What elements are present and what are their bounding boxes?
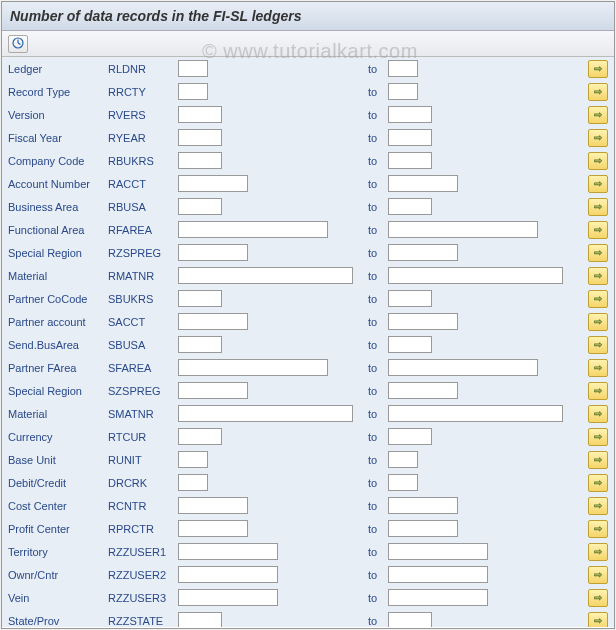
to-input[interactable] [388,198,432,215]
from-input[interactable] [178,520,248,537]
to-input[interactable] [388,175,458,192]
to-cell [388,267,568,284]
multiple-selection-button[interactable]: ⇨ [588,83,608,101]
multiple-selection-button[interactable]: ⇨ [588,474,608,492]
to-cell [388,198,568,215]
arrow-right-icon: ⇨ [594,454,602,465]
from-input[interactable] [178,336,222,353]
from-cell [178,589,358,606]
arrow-right-icon: ⇨ [594,316,602,327]
field-code: RBUSA [108,201,178,213]
to-input[interactable] [388,290,432,307]
multiple-selection-button[interactable]: ⇨ [588,428,608,446]
multiple-selection-button[interactable]: ⇨ [588,106,608,124]
from-input[interactable] [178,566,278,583]
selection-row: Profit CenterRPRCTRto⇨ [2,517,614,540]
multiple-selection-button[interactable]: ⇨ [588,221,608,239]
from-input[interactable] [178,290,222,307]
to-cell [388,428,568,445]
from-input[interactable] [178,497,248,514]
to-input[interactable] [388,405,563,422]
from-input[interactable] [178,612,222,627]
field-label: Business Area [8,201,108,213]
from-input[interactable] [178,382,248,399]
to-input[interactable] [388,244,458,261]
from-input[interactable] [178,198,222,215]
from-input[interactable] [178,589,278,606]
to-input[interactable] [388,382,458,399]
from-input[interactable] [178,175,248,192]
multiple-selection-button[interactable]: ⇨ [588,612,608,628]
to-input[interactable] [388,497,458,514]
from-input[interactable] [178,244,248,261]
to-input[interactable] [388,336,432,353]
from-input[interactable] [178,83,208,100]
to-input[interactable] [388,83,418,100]
multiple-selection-button[interactable]: ⇨ [588,451,608,469]
multiple-selection-button[interactable]: ⇨ [588,60,608,78]
from-cell [178,106,358,123]
to-cell [388,359,568,376]
to-input[interactable] [388,106,432,123]
to-input[interactable] [388,221,538,238]
multiple-selection-button[interactable]: ⇨ [588,520,608,538]
to-input[interactable] [388,566,488,583]
to-cell [388,474,568,491]
to-cell [388,106,568,123]
from-input[interactable] [178,129,222,146]
from-input[interactable] [178,313,248,330]
from-input[interactable] [178,451,208,468]
to-input[interactable] [388,520,458,537]
from-input[interactable] [178,359,328,376]
multiple-selection-button[interactable]: ⇨ [588,244,608,262]
multiple-selection-button[interactable]: ⇨ [588,382,608,400]
from-input[interactable] [178,543,278,560]
arrow-right-icon: ⇨ [594,477,602,488]
multiple-selection-button[interactable]: ⇨ [588,497,608,515]
from-input[interactable] [178,428,222,445]
multiple-selection-button[interactable]: ⇨ [588,267,608,285]
from-input[interactable] [178,267,353,284]
from-input[interactable] [178,221,328,238]
to-input[interactable] [388,451,418,468]
to-input[interactable] [388,267,563,284]
multiple-selection-button[interactable]: ⇨ [588,566,608,584]
selection-row: Record TypeRRCTYto⇨ [2,80,614,103]
multiple-selection-button[interactable]: ⇨ [588,175,608,193]
field-label: Special Region [8,385,108,397]
to-input[interactable] [388,129,432,146]
from-input[interactable] [178,152,222,169]
to-input[interactable] [388,428,432,445]
field-label: Base Unit [8,454,108,466]
from-input[interactable] [178,60,208,77]
arrow-right-icon: ⇨ [594,431,602,442]
to-input[interactable] [388,60,418,77]
to-input[interactable] [388,612,432,627]
to-label: to [358,592,388,604]
multiple-selection-button[interactable]: ⇨ [588,198,608,216]
multiple-selection-button[interactable]: ⇨ [588,313,608,331]
multiple-selection-button[interactable]: ⇨ [588,336,608,354]
to-input[interactable] [388,152,432,169]
to-label: to [358,569,388,581]
multiple-selection-button[interactable]: ⇨ [588,589,608,607]
field-code: RTCUR [108,431,178,443]
from-cell [178,520,358,537]
multiple-selection-button[interactable]: ⇨ [588,290,608,308]
from-input[interactable] [178,106,222,123]
multiple-selection-button[interactable]: ⇨ [588,152,608,170]
from-input[interactable] [178,405,353,422]
to-input[interactable] [388,359,538,376]
to-input[interactable] [388,474,418,491]
multiple-selection-button[interactable]: ⇨ [588,359,608,377]
execute-button[interactable] [8,35,28,53]
field-label: Material [8,408,108,420]
to-input[interactable] [388,313,458,330]
to-cell [388,336,568,353]
to-input[interactable] [388,589,488,606]
to-input[interactable] [388,543,488,560]
multiple-selection-button[interactable]: ⇨ [588,405,608,423]
from-input[interactable] [178,474,208,491]
multiple-selection-button[interactable]: ⇨ [588,129,608,147]
multiple-selection-button[interactable]: ⇨ [588,543,608,561]
